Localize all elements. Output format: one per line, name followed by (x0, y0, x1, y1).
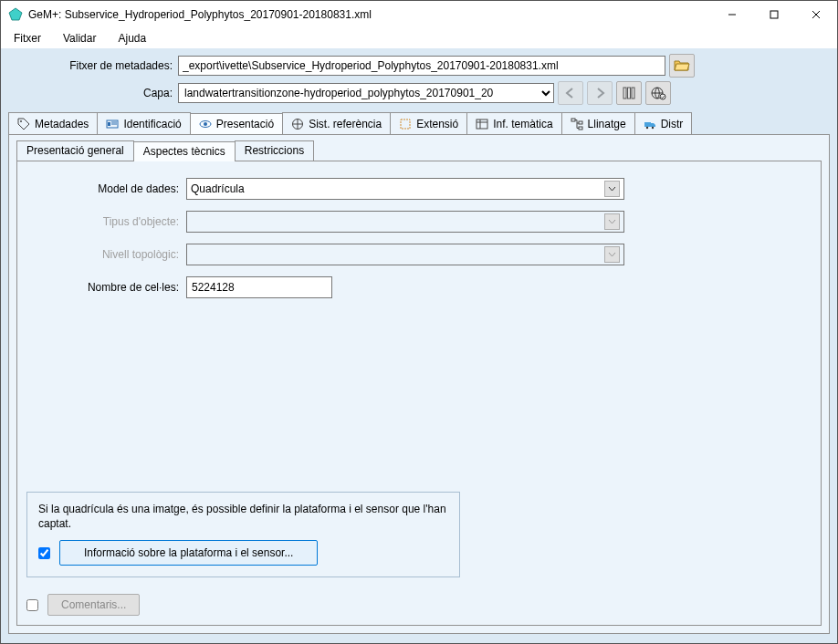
globe-icon (291, 118, 304, 130)
layer-select[interactable]: landwatertransitionzone-hydroperiod_poly… (178, 83, 554, 103)
header-fields: Fitxer de metadades: Capa: landwatertran… (8, 54, 830, 109)
globe-link-button[interactable] (645, 81, 671, 105)
svg-rect-18 (401, 119, 410, 129)
titlebar: GeM+: Subservice_Hydroperiod_Polyphytos_… (1, 1, 837, 28)
table-icon (476, 118, 488, 130)
sensor-note-text: Si la quadrícula és una imatge, és possi… (38, 502, 448, 531)
data-model-label: Model de dades: (26, 182, 186, 195)
menu-help[interactable]: Ajuda (112, 30, 152, 47)
tab-ref-system[interactable]: Sist. referència (282, 112, 391, 134)
menu-validate[interactable]: Validar (58, 30, 101, 47)
svg-rect-23 (579, 121, 582, 124)
comments-button[interactable]: Comentaris... (47, 594, 140, 616)
svg-marker-0 (9, 8, 22, 20)
svg-rect-24 (579, 127, 582, 130)
window-controls (711, 1, 837, 28)
metadata-file-label: Fitxer de metadades: (8, 59, 178, 72)
data-model-select[interactable]: Quadrícula (186, 178, 624, 200)
sensor-checkbox[interactable] (38, 547, 50, 559)
app-window: GeM+: Subservice_Hydroperiod_Polyphytos_… (0, 0, 838, 644)
tab-extent[interactable]: Extensió (390, 112, 467, 134)
truck-icon (644, 118, 656, 130)
window-title: GeM+: Subservice_Hydroperiod_Polyphytos_… (28, 8, 711, 21)
main-tabs: Metadades Identificació Presentació Sist… (8, 112, 830, 135)
tab-lineage[interactable]: Llinatge (561, 112, 635, 134)
comments-checkbox[interactable] (26, 599, 38, 611)
topology-level-select (186, 244, 624, 265)
svg-rect-2 (770, 11, 778, 18)
sub-tabs: Presentació general Aspectes tècnics Res… (16, 140, 822, 161)
next-layer-button[interactable] (587, 81, 613, 105)
id-card-icon (106, 118, 119, 130)
svg-point-26 (645, 126, 647, 128)
topology-level-label: Nivell topològic: (26, 248, 186, 261)
tree-icon (571, 118, 583, 130)
object-type-select (186, 211, 624, 233)
subtab-technical[interactable]: Aspectes tècnics (133, 141, 236, 161)
svg-rect-22 (571, 119, 575, 121)
minimize-button[interactable] (711, 1, 753, 28)
extent-icon (399, 118, 412, 130)
tag-icon (17, 118, 30, 130)
layer-label: Capa: (8, 87, 178, 99)
app-icon (8, 7, 23, 22)
menu-file[interactable]: Fitxer (8, 30, 47, 47)
tab-thematic[interactable]: Inf. temàtica (466, 112, 561, 134)
subtab-general[interactable]: Presentació general (16, 140, 134, 161)
svg-point-10 (20, 120, 22, 122)
tab-identification[interactable]: Identificació (97, 112, 190, 134)
menubar: Fitxer Validar Ajuda (1, 28, 837, 48)
chevron-down-icon (604, 246, 620, 263)
content-area: Fitxer de metadades: Capa: landwatertran… (1, 48, 837, 643)
sensor-info-button[interactable]: Informació sobre la plataforma i el sens… (59, 540, 318, 566)
footer-row: Comentaris... (26, 594, 812, 616)
eye-icon (199, 118, 212, 130)
chevron-down-icon (604, 213, 620, 230)
tab-distribution[interactable]: Distr (634, 112, 693, 134)
technical-subpanel: Model de dades: Quadrícula Tipus d'objec… (16, 161, 822, 626)
subtab-restrictions[interactable]: Restriccions (235, 140, 314, 161)
svg-rect-25 (644, 122, 651, 127)
columns-button[interactable] (616, 81, 642, 105)
presentation-panel: Presentació general Aspectes tècnics Res… (8, 135, 830, 634)
prev-layer-button[interactable] (558, 81, 583, 105)
svg-rect-5 (623, 88, 626, 99)
svg-rect-12 (108, 122, 110, 126)
cell-count-input[interactable] (186, 276, 332, 298)
cell-count-label: Nombre de cel·les: (26, 281, 186, 294)
open-file-button[interactable] (669, 54, 695, 78)
tab-presentation[interactable]: Presentació (190, 113, 283, 135)
chevron-down-icon (604, 181, 620, 197)
metadata-file-input[interactable] (178, 56, 665, 76)
tab-metadata[interactable]: Metadades (8, 112, 98, 134)
close-button[interactable] (795, 1, 837, 28)
svg-rect-6 (628, 88, 631, 99)
sensor-groupbox: Si la quadrícula és una imatge, és possi… (26, 492, 460, 577)
svg-point-16 (204, 122, 207, 126)
svg-point-9 (660, 94, 665, 99)
svg-rect-7 (632, 88, 634, 99)
maximize-button[interactable] (753, 1, 795, 28)
svg-rect-19 (477, 119, 487, 129)
svg-point-27 (651, 126, 653, 128)
object-type-label: Tipus d'objecte: (26, 215, 186, 228)
